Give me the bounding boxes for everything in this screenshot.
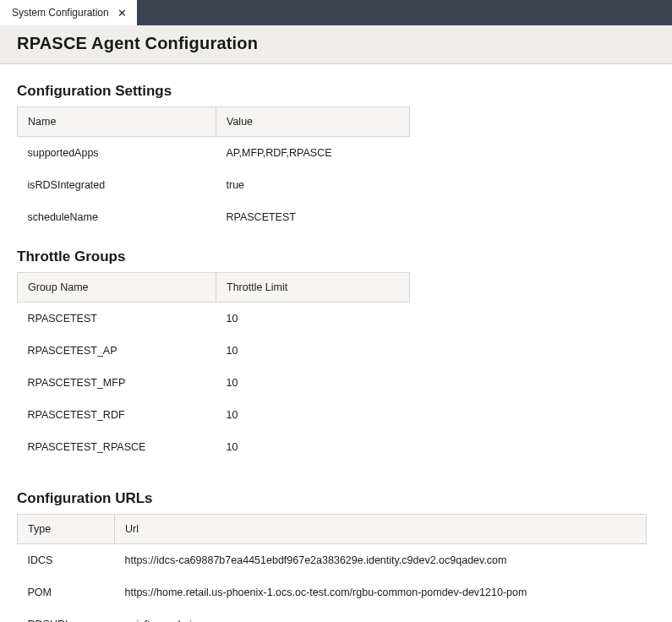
settings-col-name: Name xyxy=(18,107,216,137)
cell-value: true xyxy=(216,169,410,201)
cell-name: RPASCETEST_RPASCE xyxy=(18,431,216,463)
section-title-urls: Configuration URLs xyxy=(17,490,655,507)
throttle-table: Group Name Throttle Limit RPASCETEST 10 … xyxy=(17,272,410,463)
cell-value: 10 xyxy=(216,367,410,399)
table-row: RDSURL ugiyftucxgghvj xyxy=(18,608,647,622)
table-row: isRDSIntegrated true xyxy=(18,169,410,201)
cell-name: POM xyxy=(18,576,115,608)
cell-value: RPASCETEST xyxy=(216,201,410,233)
settings-table: Name Value supportedApps AP,MFP,RDF,RPAS… xyxy=(17,106,410,233)
tab-system-configuration[interactable]: System Configuration ✕ xyxy=(0,0,137,25)
table-row: RPASCETEST_RDF 10 xyxy=(18,399,410,431)
page-title-bar: RPASCE Agent Configuration xyxy=(0,25,672,64)
cell-value: https://home.retail.us-phoenix-1.ocs.oc-… xyxy=(115,576,647,608)
cell-value: AP,MFP,RDF,RPASCE xyxy=(216,137,410,170)
urls-table: Type Url IDCS https://idcs-ca69887b7ea44… xyxy=(17,514,647,622)
cell-value: 10 xyxy=(216,431,410,463)
throttle-col-limit: Throttle Limit xyxy=(216,273,410,303)
table-row: RPASCETEST_RPASCE 10 xyxy=(18,431,410,463)
close-icon[interactable]: ✕ xyxy=(117,8,127,19)
cell-name: IDCS xyxy=(18,544,115,577)
cell-value: ugiyftucxgghvj xyxy=(115,608,647,622)
section-title-settings: Configuration Settings xyxy=(17,83,655,100)
tab-label: System Configuration xyxy=(12,7,109,19)
table-row: RPASCETEST 10 xyxy=(18,303,410,336)
table-row: scheduleName RPASCETEST xyxy=(18,201,410,233)
table-row: RPASCETEST_AP 10 xyxy=(18,335,410,367)
throttle-col-name: Group Name xyxy=(18,273,216,303)
cell-value: 10 xyxy=(216,399,410,431)
cell-name: RPASCETEST_RDF xyxy=(18,399,216,431)
cell-value: 10 xyxy=(216,335,410,367)
cell-name: supportedApps xyxy=(18,137,216,170)
urls-col-url: Url xyxy=(115,515,647,544)
cell-name: scheduleName xyxy=(18,201,216,233)
settings-col-value: Value xyxy=(216,107,410,137)
section-title-throttle: Throttle Groups xyxy=(17,248,655,265)
table-row: RPASCETEST_MFP 10 xyxy=(18,367,410,399)
cell-value: https://idcs-ca69887b7ea4451ebdf967e2a38… xyxy=(115,544,647,577)
cell-name: RPASCETEST_AP xyxy=(18,335,216,367)
table-row: POM https://home.retail.us-phoenix-1.ocs… xyxy=(18,576,647,608)
cell-value: 10 xyxy=(216,303,410,336)
table-row: IDCS https://idcs-ca69887b7ea4451ebdf967… xyxy=(18,544,647,577)
cell-name: RDSURL xyxy=(18,608,115,622)
table-row: supportedApps AP,MFP,RDF,RPASCE xyxy=(18,137,410,170)
page-title: RPASCE Agent Configuration xyxy=(17,34,655,53)
urls-col-type: Type xyxy=(18,515,115,544)
top-bar: System Configuration ✕ xyxy=(0,0,672,25)
cell-name: RPASCETEST_MFP xyxy=(18,367,216,399)
cell-name: RPASCETEST xyxy=(18,303,216,336)
cell-name: isRDSIntegrated xyxy=(18,169,216,201)
content: Configuration Settings Name Value suppor… xyxy=(0,64,672,622)
